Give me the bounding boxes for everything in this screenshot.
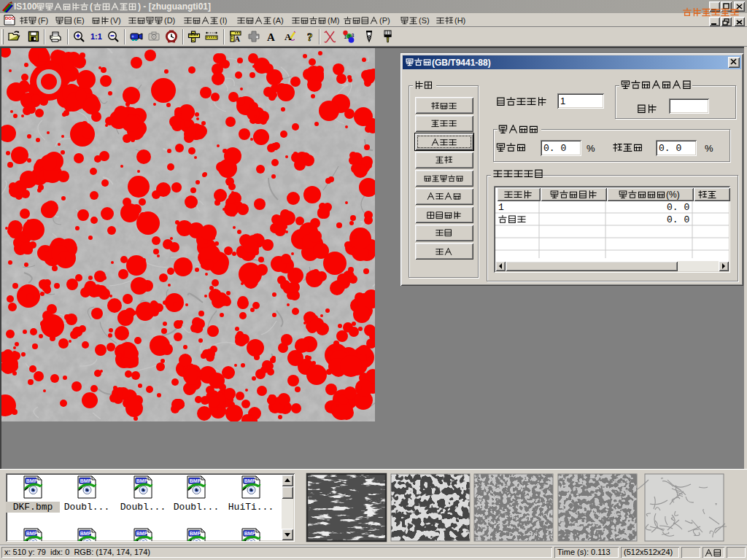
svg-text:BMP: BMP (136, 531, 148, 536)
svg-text:A: A (235, 35, 241, 43)
svg-text:?: ? (307, 31, 313, 43)
svg-text:3: 3 (352, 33, 355, 38)
svg-text:BMP: BMP (80, 531, 92, 536)
svg-text:BMP: BMP (190, 531, 201, 536)
svg-text:BMP: BMP (136, 478, 148, 483)
svg-text:1:1: 1:1 (90, 32, 102, 41)
svg-text:BMP: BMP (244, 478, 256, 483)
svg-text:BMP: BMP (26, 531, 38, 536)
svg-text:BMP: BMP (26, 478, 38, 483)
svg-text:BMP: BMP (80, 478, 92, 483)
svg-text:A: A (267, 31, 275, 43)
svg-text:BMP: BMP (244, 531, 256, 536)
svg-text:DOC: DOC (5, 16, 15, 20)
svg-text:BMP: BMP (190, 478, 201, 483)
svg-text:1: 1 (344, 34, 347, 39)
